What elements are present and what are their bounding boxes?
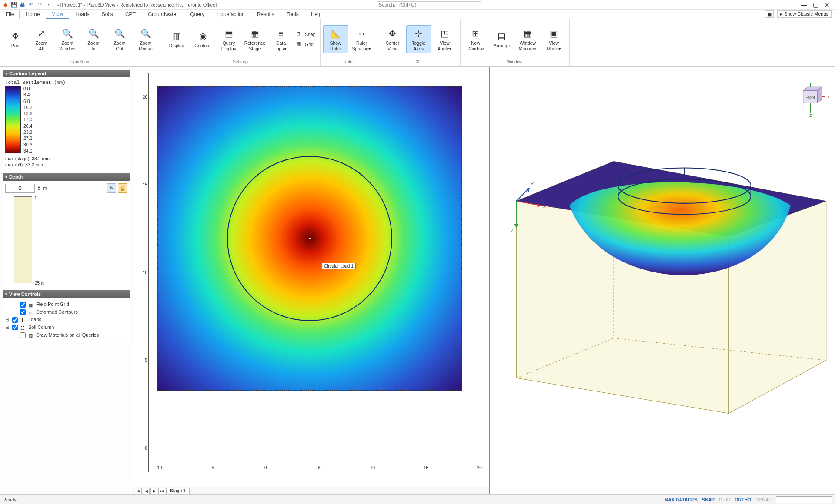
display-button[interactable]: ▥Display [164,28,189,50]
search-box[interactable] [377,1,481,8]
axis-x-label: X [543,204,546,209]
stage-play-icon[interactable]: ▶ [150,488,157,494]
zoom-out-button[interactable]: 🔍ZoomOut [107,25,132,53]
tab-cpt[interactable]: CPT [119,10,142,19]
minimize-icon[interactable]: — [801,1,807,8]
tree-item-deformed-contours[interactable]: ≋Deformed Contours [5,308,127,316]
ribbon-toggle-icon[interactable]: ▣ [765,10,774,18]
toggle-ortho[interactable]: ORTHO [735,497,751,502]
qat-dropdown-icon[interactable]: ▾ [45,1,52,8]
stage-first-icon[interactable]: ⏮ [135,488,142,494]
reference-stage-icon: ▦ [249,27,261,40]
group-label: Pan/Zoom [0,60,161,66]
tree-item-loads[interactable]: ⊞⬇Loads [5,316,127,324]
view-controls-header[interactable]: View Controls [3,290,130,298]
group-label: Ruler [321,60,377,66]
y-tick: 0 [145,445,147,450]
show-ruler-button[interactable]: 📐ShowRuler [323,25,348,53]
stage-last-icon[interactable]: ⏭ [158,488,165,494]
redo-icon[interactable]: ↷ [37,1,43,8]
new-window-button[interactable]: ⊞NewWindow [463,25,488,53]
zoom-mouse-button[interactable]: 🔍ZoomMouse [133,25,158,53]
tab-loads[interactable]: Loads [69,10,96,19]
spin-up-icon[interactable]: ▲ [37,185,40,188]
checkbox[interactable] [20,309,26,315]
query-display-button[interactable]: ▤QueryDisplay [216,25,241,53]
toggle-snap[interactable]: SNAP [702,497,715,502]
toggle-grid[interactable]: GRID [719,497,730,502]
legend-value: 23.8 [23,129,32,135]
undo-icon[interactable]: ↶ [28,1,35,8]
tab-tools[interactable]: Tools [281,10,305,19]
stage-prev-icon[interactable]: ◀ [143,488,150,494]
maximize-icon[interactable]: ▢ [813,1,818,8]
tab-query[interactable]: Query [184,10,210,19]
view-mode-button[interactable]: ▣ViewMode▾ [541,25,567,53]
x-tick: 0 [264,465,267,470]
stage-tab-bar: ⏮ ◀ ▶ ⏭ Stage 1 [133,487,489,494]
status-bar: Ready MAX DATATIPS SNAP GRID ORTHO OSNAP [0,494,835,504]
toggle-axes-button[interactable]: ⊹ToggleAxes [406,25,431,53]
depth-lock-icon[interactable]: 🔒 [118,183,127,193]
stage-tab[interactable]: Stage 1 [166,488,190,494]
group-window: ⊞NewWindow ▤Arrange ▦WindowManager ▣View… [461,19,570,66]
snap-toggle[interactable]: ⊡Snap [294,30,317,39]
checkbox[interactable] [12,317,18,323]
tree-item-field-point-grid[interactable]: ▦Field Point Grid [5,301,127,308]
classic-menus-toggle[interactable]: ▸ Show Classic Menus [777,10,832,18]
tab-results[interactable]: Results [251,10,281,19]
zoom-all-button[interactable]: ⤢ZoomAll [29,25,54,53]
tab-help[interactable]: Help [305,10,328,19]
zoom-in-button[interactable]: 🔍ZoomIn [81,25,106,53]
tree-label: Deformed Contours [36,308,78,316]
arrange-button[interactable]: ▤Arrange [489,28,514,50]
toggle-axes-icon: ⊹ [413,27,425,40]
center-view-button[interactable]: ✥CenterView [380,25,405,53]
tab-file[interactable]: File [0,10,20,19]
search-input[interactable] [377,1,481,8]
grid-toggle[interactable]: ▦Grid [294,40,317,49]
tab-view[interactable]: View [46,10,69,19]
spin-down-icon[interactable]: ▼ [37,188,40,191]
materials-icon: ▨ [28,332,34,338]
reference-stage-button[interactable]: ▦ReferenceStage [242,25,267,53]
expand-icon[interactable]: ⊞ [5,324,10,332]
toggle-max-datatips[interactable]: MAX DATATIPS [664,497,697,502]
pan-button[interactable]: ✥Pan [3,28,28,50]
close-icon[interactable]: ✕ [825,1,830,8]
orientation-cube[interactable]: Front X Z [803,83,830,118]
depth-edit-icon[interactable]: ✎ [107,183,116,193]
3d-view-canvas[interactable]: Front X Z [490,67,835,494]
data-tips-button[interactable]: ≡DataTips▾ [268,25,294,53]
checkbox[interactable] [20,302,26,308]
status-input-box[interactable] [776,496,832,503]
contour-icon: ◉ [197,30,209,42]
contour-button[interactable]: ◉Contour [190,28,215,50]
print-icon[interactable]: 🖶 [19,1,26,8]
contour-plot[interactable]: Circular Load 1 [157,86,462,391]
group-label: Window [461,60,569,66]
expand-icon[interactable]: ⊞ [5,316,10,324]
y-tick: 5 [145,358,147,362]
tab-home[interactable]: Home [20,10,46,19]
tab-groundwater[interactable]: Groundwater [142,10,184,19]
x-tick: 5 [318,465,321,470]
tab-soils[interactable]: Soils [96,10,119,19]
tab-liquefaction[interactable]: Liquefaction [210,10,251,19]
save-icon[interactable]: 💾 [10,1,17,8]
zoom-window-button[interactable]: 🔍ZoomWindow [55,25,80,53]
checkbox[interactable] [20,332,26,338]
depth-header[interactable]: Depth [3,173,130,181]
ruler-spacing-button[interactable]: ↔RulerSpacing▾ [349,25,374,53]
plan-view-canvas[interactable]: 20 15 10 5 0 -10 -5 0 5 10 15 20 [133,67,489,487]
depth-input[interactable] [5,184,35,193]
window-manager-button[interactable]: ▦WindowManager [515,25,541,53]
tree-item-soil-column[interactable]: ⊞☷Soil Column [5,324,127,332]
app-icon: ◆ [2,1,9,8]
soil-block: X Y Z [511,161,826,413]
view-angle-button[interactable]: ◳ViewAngle▾ [432,25,458,53]
checkbox[interactable] [12,325,18,330]
toggle-osnap[interactable]: OSNAP [755,497,772,502]
contour-legend-header[interactable]: Contour Legend [3,70,130,77]
tree-item-draw-materials[interactable]: ▨Draw Materials on all Queries [5,332,127,339]
